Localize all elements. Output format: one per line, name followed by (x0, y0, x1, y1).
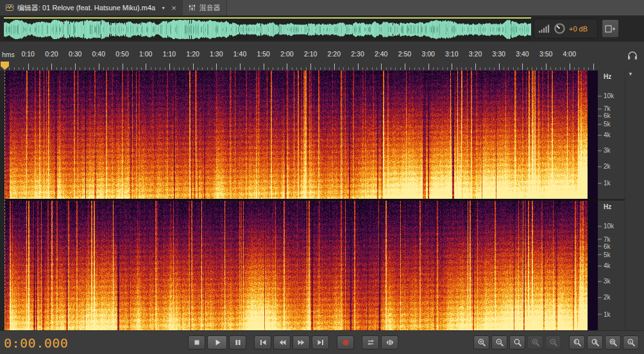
loop-playback-button[interactable] (362, 335, 379, 350)
skip-to-start-button[interactable] (254, 335, 271, 350)
spectrogram-left[interactable] (4, 71, 598, 199)
restore-zoom-button[interactable] (623, 335, 639, 350)
frequency-tick-label: 4k (604, 262, 611, 269)
audition-window: 编辑器: 01 Relove (feat. Hatsune Miku).m4a … (0, 0, 644, 354)
tab-mixer-label: 混音器 (199, 3, 221, 13)
tab-close-icon[interactable]: × (171, 4, 176, 12)
record-button[interactable] (337, 335, 354, 350)
zoom-out-point-button[interactable] (587, 335, 603, 350)
frequency-tick-label: 6k (604, 242, 611, 249)
ruler-time-label: 2:00 (280, 50, 293, 58)
zoom-out-vertical-button[interactable] (545, 335, 561, 350)
ruler-time-label: 1:20 (186, 50, 199, 58)
frequency-tick-label: 3k (604, 278, 611, 285)
ruler-time-label: 1:30 (210, 50, 223, 58)
ruler-time-label: 0:20 (45, 50, 58, 58)
overview-navigator: +0 dB (0, 16, 644, 42)
toggle-spectral-view-button[interactable] (602, 19, 619, 38)
ruler-time-label: 3:10 (445, 50, 458, 58)
frequency-tick-label: 4k (604, 131, 611, 139)
zoom-in-button[interactable] (473, 335, 489, 350)
ruler-time-label: 2:30 (351, 50, 364, 58)
ruler-time-label: 2:40 (375, 50, 387, 58)
transport-bar: 0:00.000 (0, 330, 644, 354)
scale-menu-caret-icon[interactable]: ▼ (628, 71, 633, 77)
ruler-time-label: 3:00 (421, 50, 434, 58)
tab-mixer[interactable]: 混音器 (183, 0, 227, 15)
waveform-overview[interactable] (4, 17, 531, 40)
time-display[interactable]: 0:00.000 (4, 335, 68, 351)
frequency-scale[interactable]: Hz10k7k6k5k4k3k2k1k (598, 201, 625, 330)
editor-main: Hz10k7k6k5k4k3k2k1k Hz10k7k6k5k4k3k2k1k … (0, 71, 644, 330)
ruler-time-label: 0:30 (69, 50, 81, 58)
rewind-button[interactable] (273, 335, 291, 350)
ruler-ticks (0, 61, 644, 71)
spectrogram-right[interactable] (4, 201, 598, 330)
right-rail: ▼ (625, 71, 644, 330)
zoom-in-point-button[interactable] (569, 335, 585, 350)
stop-button[interactable] (188, 335, 205, 350)
skip-to-end-button[interactable] (312, 335, 329, 350)
zoom-in-vertical-button[interactable] (527, 335, 543, 350)
ruler-time-label: 1:40 (233, 50, 246, 58)
timeline-ruler[interactable]: hms 0:100:200:300:400:501:001:101:201:30… (0, 42, 644, 71)
frequency-unit-label: Hz (604, 73, 611, 80)
zoom-out-button[interactable] (491, 335, 507, 350)
frequency-tick-label: 5k (604, 121, 611, 128)
ruler-time-label: 2:20 (328, 50, 341, 58)
tab-editor[interactable]: 编辑器: 01 Relove (feat. Hatsune Miku).m4a … (0, 0, 183, 15)
ruler-time-label: 3:40 (516, 50, 529, 58)
zoom-controls (473, 335, 639, 350)
level-bars-icon (538, 24, 550, 33)
panel-tabbar: 编辑器: 01 Relove (feat. Hatsune Miku).m4a … (0, 0, 644, 16)
headphone-icon[interactable] (625, 47, 640, 63)
pause-button[interactable] (229, 335, 246, 350)
frequency-tick-label: 5k (604, 251, 611, 258)
frequency-tick-label: 1k (604, 180, 611, 187)
frequency-unit-label: Hz (604, 203, 611, 210)
ruler-time-label: 3:50 (539, 50, 552, 58)
ruler-time-label: 1:10 (163, 50, 176, 58)
tab-editor-label: 编辑器: 01 Relove (feat. Hatsune Miku).m4a (17, 3, 155, 13)
ruler-time-label: 4:00 (563, 50, 576, 58)
frequency-tick-label: 3k (604, 147, 611, 154)
tab-dropdown-icon[interactable]: ▼ (161, 6, 165, 10)
gain-value[interactable]: +0 dB (569, 25, 588, 33)
ruler-time-label: 0:50 (115, 50, 128, 58)
zoom-selection-button[interactable] (605, 335, 621, 350)
transport-controls (188, 335, 398, 350)
ruler-time-label: 3:30 (492, 50, 505, 58)
skip-selection-button[interactable] (381, 335, 398, 350)
ruler-time-label: 1:00 (139, 50, 152, 58)
zoom-out-full-button[interactable] (509, 335, 525, 350)
play-button[interactable] (207, 335, 227, 350)
fast-forward-button[interactable] (292, 335, 310, 350)
frequency-tick-label: 1k (604, 310, 611, 317)
ruler-time-label: 2:10 (304, 50, 317, 58)
frequency-tick-label: 6k (604, 112, 611, 119)
ruler-time-label: 0:40 (92, 50, 105, 58)
ruler-labels: 0:100:200:300:400:501:001:101:201:301:40… (0, 50, 644, 59)
ruler-time-label: 3:20 (469, 50, 482, 58)
frequency-tick-label: 7k (604, 105, 611, 112)
frequency-tick-label: 2k (604, 294, 611, 301)
ruler-time-label: 2:50 (398, 50, 411, 58)
frequency-tick-label: 10k (604, 92, 614, 99)
ruler-time-label: 0:10 (21, 50, 34, 58)
editor-panel-icon (6, 4, 13, 12)
frequency-tick-label: 2k (604, 163, 611, 170)
mixer-panel-icon (189, 4, 196, 12)
ruler-time-label: 1:50 (257, 50, 269, 58)
frequency-tick-label: 7k (604, 235, 611, 242)
frequency-scale[interactable]: Hz10k7k6k5k4k3k2k1k (598, 71, 625, 199)
volume-knob[interactable] (554, 22, 566, 35)
volume-control: +0 dB (534, 19, 598, 38)
frequency-tick-label: 10k (604, 223, 614, 230)
left-gutter (0, 71, 4, 330)
